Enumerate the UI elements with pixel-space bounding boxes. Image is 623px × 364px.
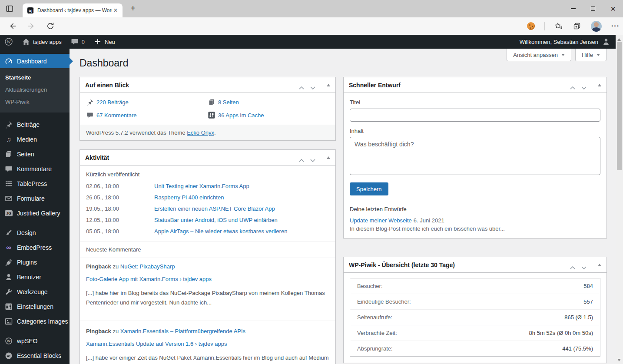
pushpin-icon [86, 98, 94, 106]
sidebar-item-design[interactable]: Design [0, 225, 70, 240]
submenu-item-aktualisierungen[interactable]: Aktualisierungen [0, 84, 70, 96]
browser-tab[interactable]: tsj Dashboard ‹ tsjdev apps — Word × [23, 3, 123, 17]
menu-label: Kommentare [17, 165, 52, 172]
cookie-extension-icon[interactable] [527, 22, 535, 30]
sidebar-item-beitraege[interactable]: Beiträge [0, 117, 70, 132]
sidebar-item-tablepress[interactable]: TablePress [0, 176, 70, 191]
collapse-toggle-icon[interactable] [598, 264, 601, 266]
forward-icon[interactable] [27, 22, 36, 30]
browser-menu-icon[interactable]: ··· [611, 24, 620, 28]
collapse-toggle-icon[interactable] [598, 84, 601, 86]
sidebar-item-kommentare[interactable]: Kommentare [0, 162, 70, 176]
draft-title-link[interactable]: Update meiner Webseite [350, 217, 412, 224]
pushpin-icon [4, 120, 13, 129]
screen-options-label: Ansicht anpassen [513, 52, 558, 58]
comment-bubble-icon [70, 37, 79, 46]
move-down-icon[interactable] [581, 263, 587, 267]
toolbar-divider [544, 22, 545, 30]
chevron-down-icon [561, 54, 565, 56]
menu-label: Einstellungen [17, 303, 53, 310]
window-minimize-button[interactable] [563, 0, 583, 17]
scroll-down-icon[interactable] [617, 359, 621, 361]
image-icon [4, 317, 13, 326]
comment-conj: zu [113, 263, 119, 270]
pages-count-link[interactable]: 8 Seiten [218, 99, 239, 106]
window-close-button[interactable]: × [603, 0, 623, 17]
glance-pages: 8 Seiten [208, 98, 329, 106]
tab-layout-icon[interactable] [5, 4, 14, 13]
scroll-up-icon[interactable] [617, 38, 621, 41]
move-down-icon[interactable] [581, 83, 587, 87]
save-draft-button[interactable]: Speichern [350, 182, 388, 195]
move-down-icon[interactable] [310, 156, 315, 159]
collapse-toggle-icon[interactable] [327, 84, 330, 86]
wp-logo[interactable]: W [0, 35, 17, 49]
post-title-link[interactable]: StatusBar unter Android, iOS und UWP ein… [154, 217, 278, 224]
sidebar-item-einstellungen[interactable]: Einstellungen [0, 299, 70, 314]
move-up-icon[interactable] [570, 263, 575, 267]
glance-posts: 220 Beiträge [86, 98, 208, 106]
activity-widget: Aktivität Kürzlich veröffentlicht 02.06.… [80, 149, 336, 364]
version-suffix: . [214, 129, 216, 136]
comment-source-link[interactable]: Xamarin.Essentials Update auf Version 1.… [86, 341, 227, 347]
back-icon[interactable] [8, 22, 17, 30]
post-title-link[interactable]: Raspberry Pi 400 einrichten [154, 194, 224, 201]
new-tab-icon[interactable]: + [129, 5, 136, 12]
admin-bar-comments[interactable]: 0 [66, 35, 89, 49]
sidebar-item-benutzer[interactable]: Benutzer [0, 270, 70, 285]
essential-blocks-icon [4, 351, 13, 360]
wp-piwik-widget: WP-Piwik - Übersicht (letzte 30 Tage) Be… [343, 257, 607, 363]
admin-bar-new[interactable]: Neu [89, 35, 119, 49]
submenu-item-startseite[interactable]: Startseite [0, 72, 70, 84]
comment-type: Pingback [86, 328, 111, 334]
posts-count-link[interactable]: 220 Beiträge [96, 99, 129, 106]
sidebar-item-werkzeuge[interactable]: Werkzeuge [0, 285, 70, 299]
post-title-link[interactable]: Apple AirTags – Nie wieder etwas kostbar… [154, 228, 287, 235]
stat-value: 441 (75.5%) [562, 345, 593, 352]
collapse-toggle-icon[interactable] [327, 156, 330, 159]
move-up-icon[interactable] [299, 83, 304, 87]
move-up-icon[interactable] [299, 156, 304, 159]
screen-options-button[interactable]: Ansicht anpassen [507, 49, 571, 61]
move-down-icon[interactable] [310, 83, 315, 87]
widget-title: Aktivität [85, 154, 299, 161]
quick-draft-title-input[interactable] [350, 109, 600, 122]
sidebar-item-formulare[interactable]: Formulare [0, 191, 70, 206]
post-title-link[interactable]: Erstellen einer neuen ASP.NET Core Blazo… [154, 205, 275, 212]
comments-count-link[interactable]: 67 Kommentare [96, 112, 137, 119]
comment-count: 0 [82, 39, 85, 45]
quick-draft-content-input[interactable] [350, 137, 600, 175]
comment-post-link[interactable]: NuGet: PixabaySharp [120, 263, 175, 270]
sidebar-item-seiten[interactable]: Seiten [0, 147, 70, 162]
sidebar-item-wpseo[interactable]: W wpSEO [0, 334, 70, 348]
submenu-item-wp-piwik[interactable]: WP-Piwik [0, 96, 70, 108]
sidebar-item-dashboard[interactable]: Dashboard [0, 54, 70, 68]
help-button[interactable]: Hilfe [575, 49, 606, 61]
collections-icon[interactable] [573, 22, 581, 30]
comment-post-link[interactable]: Xamarin.Essentials – Plattformübergreife… [120, 328, 245, 334]
tab-close-icon[interactable]: × [112, 7, 119, 14]
post-title-link[interactable]: Unit Testing einer Xamarin.Forms App [154, 183, 249, 190]
sidebar-item-categories-images[interactable]: Categories Images [0, 314, 70, 329]
sliders-icon [4, 302, 13, 311]
page-scrollbar[interactable] [616, 35, 623, 364]
sidebar-item-essential-blocks[interactable]: Essential Blocks [0, 348, 70, 363]
refresh-icon[interactable] [46, 22, 55, 30]
widget-title: Auf einen Blick [85, 82, 299, 89]
apps-cache-link[interactable]: 36 Apps im Cache [218, 112, 264, 119]
comment-source-link[interactable]: Foto-Galerie App mit Xamarin.Forms › tsj… [86, 276, 212, 282]
sidebar-item-plugins[interactable]: Plugins [0, 255, 70, 270]
scrollbar-thumb[interactable] [617, 42, 622, 170]
sidebar-item-embedpress[interactable]: ∞ EmbedPress [0, 240, 70, 255]
welcome-text[interactable]: Willkommen, Sebastian Jensen [520, 39, 598, 45]
favorites-icon[interactable] [554, 22, 563, 30]
window-maximize-button[interactable] [583, 0, 603, 17]
profile-avatar[interactable] [591, 21, 602, 32]
sidebar-item-medien[interactable]: ♫ Medien [0, 132, 70, 147]
post-date: 02.06., 18:00 [86, 183, 154, 190]
stat-label: Seitenaufrufe: [357, 314, 392, 321]
move-up-icon[interactable] [570, 83, 575, 87]
theme-link[interactable]: Ecko Onyx [187, 129, 214, 136]
sidebar-item-justified-gallery[interactable]: JG Justified Gallery [0, 206, 70, 221]
admin-bar-site-link[interactable]: tsjdev apps [17, 35, 66, 49]
